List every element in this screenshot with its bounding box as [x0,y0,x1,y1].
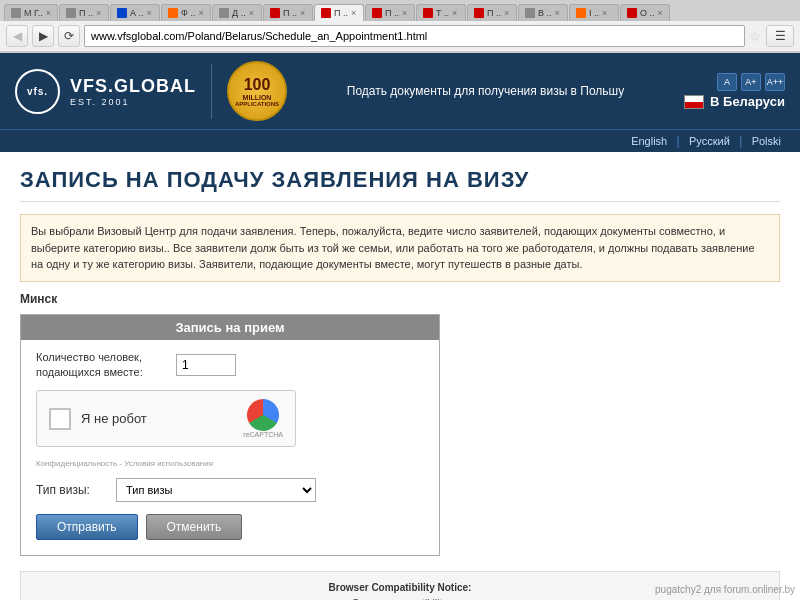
tab-11[interactable]: В .. × [518,4,568,21]
tab-favicon-11 [525,8,535,18]
recaptcha-brand: reCAPTCHA [243,431,283,438]
language-bar: English | Русский | Polski [0,129,800,152]
lang-separator-1: | [677,134,680,148]
tab-close-11[interactable]: × [555,8,560,18]
tab-9[interactable]: Т .. × [416,4,466,21]
tab-12[interactable]: I .. × [569,4,619,21]
tab-10[interactable]: П .. × [467,4,517,21]
visa-type-row: Тип визы: Тип визы [36,478,424,502]
recaptcha-sub-text: Конфиденциальность - Условия использован… [36,459,424,468]
header-center: Подать документы для получения визы в По… [297,84,674,98]
header-title: Подать документы для получения визы в По… [297,84,674,98]
font-large-button[interactable]: A+ [741,73,761,91]
menu-button[interactable]: ☰ [766,25,794,47]
tab-favicon-7 [321,8,331,18]
recaptcha-logo: reCAPTCHA [243,399,283,438]
header-right: A A+ A++ В Беларуси [684,73,785,109]
country-display: В Беларуси [684,94,785,109]
main-content: ЗАПИСЬ НА ПОДАЧУ ЗАЯВЛЕНИЯ НА ВИЗУ Вы вы… [0,152,800,600]
tab-6[interactable]: П .. × [263,4,313,21]
tab-favicon-9 [423,8,433,18]
tab-favicon-2 [66,8,76,18]
tab-favicon-10 [474,8,484,18]
tab-close-5[interactable]: × [249,8,254,18]
vfs-logo-text: vfs. [27,86,48,97]
million-badge: 100 MILLION APPLICATIONS [227,61,287,121]
tab-bar: М Г.. × П .. × А .. × Ф .. × Д .. × П ..… [0,0,800,21]
site-header: vfs. VFS.GLOBAL EST. 2001 100 MILLION AP… [0,53,800,129]
tab-close-12[interactable]: × [602,8,607,18]
vfs-logo-wordmark: VFS.GLOBAL EST. 2001 [70,76,196,107]
tab-close-8[interactable]: × [402,8,407,18]
forward-button[interactable]: ▶ [32,25,54,47]
info-box: Вы выбрали Визовый Центр для подачи заяв… [20,214,780,282]
recaptcha-widget[interactable]: Я не робот reCAPTCHA [36,390,296,447]
country-name: В Беларуси [710,94,785,109]
tab-close-9[interactable]: × [452,8,457,18]
visa-type-label: Тип визы: [36,483,116,497]
tab-close-3[interactable]: × [147,8,152,18]
header-divider [211,64,212,119]
form-header: Запись на прием [21,315,439,340]
lang-english[interactable]: English [631,135,667,147]
address-bar[interactable] [84,25,745,47]
recaptcha-checkbox[interactable] [49,408,71,430]
tab-4[interactable]: Ф .. × [161,4,211,21]
tab-close-13[interactable]: × [658,8,663,18]
tab-5[interactable]: Д .. × [212,4,262,21]
nav-bar: ◀ ▶ ⟳ ☆ ☰ [0,21,800,52]
form-body: Количество человек, подающихся вместе: Я… [21,340,439,556]
cancel-button[interactable]: Отменить [146,514,243,540]
tab-close-6[interactable]: × [300,8,305,18]
tab-favicon-6 [270,8,280,18]
tab-8[interactable]: П .. × [365,4,415,21]
info-text: Вы выбрали Визовый Центр для подачи заяв… [31,225,755,270]
back-button[interactable]: ◀ [6,25,28,47]
tab-2[interactable]: П .. × [59,4,109,21]
browser-chrome: М Г.. × П .. × А .. × Ф .. × Д .. × П ..… [0,0,800,53]
tab-close-4[interactable]: × [198,8,203,18]
tab-favicon-8 [372,8,382,18]
submit-button[interactable]: Отправить [36,514,138,540]
tab-favicon-4 [168,8,178,18]
recaptcha-spinner [247,399,279,431]
lang-separator-2: | [739,134,742,148]
quantity-input[interactable] [176,354,236,376]
tab-favicon-1 [11,8,21,18]
visa-type-select[interactable]: Тип визы [116,478,316,502]
tab-13[interactable]: О .. × [620,4,670,21]
recaptcha-label: Я не робот [81,411,233,426]
city-label: Минск [20,292,780,306]
appointment-form: Запись на прием Количество человек, пода… [20,314,440,557]
font-largest-button[interactable]: A++ [765,73,785,91]
vfs-global-name: VFS.GLOBAL EST. 2001 [70,76,196,107]
vfs-established: EST. 2001 [70,97,196,107]
notice-line1: Browser compatibility [36,596,764,600]
header-left: vfs. VFS.GLOBAL EST. 2001 100 MILLION AP… [15,61,287,121]
lang-russian[interactable]: Русский [689,135,730,147]
million-label: MILLION [243,94,272,101]
tab-close-1[interactable]: × [46,8,51,18]
tab-3[interactable]: А .. × [110,4,160,21]
million-number: 100 [244,76,271,94]
tab-close-10[interactable]: × [504,8,509,18]
watermark: pugatchy2 для forum.onliner.by [655,584,795,595]
tab-7[interactable]: П .. × [314,4,364,21]
font-size-controls: A A+ A++ [717,73,785,91]
quantity-row: Количество человек, подающихся вместе: [36,350,424,381]
vfs-logo-circle: vfs. [15,69,60,114]
refresh-button[interactable]: ⟳ [58,25,80,47]
country-flag [684,95,704,109]
tab-1[interactable]: М Г.. × [4,4,58,21]
lang-polish[interactable]: Polski [752,135,781,147]
tab-close-2[interactable]: × [96,8,101,18]
tab-favicon-3 [117,8,127,18]
form-buttons: Отправить Отменить [36,514,424,540]
tab-favicon-12 [576,8,586,18]
quantity-label: Количество человек, подающихся вместе: [36,350,176,381]
tab-close-7[interactable]: × [351,8,356,18]
million-sub: APPLICATIONS [235,101,279,107]
page-title: ЗАПИСЬ НА ПОДАЧУ ЗАЯВЛЕНИЯ НА ВИЗУ [20,167,780,202]
bookmark-icon[interactable]: ☆ [749,28,762,44]
font-normal-button[interactable]: A [717,73,737,91]
